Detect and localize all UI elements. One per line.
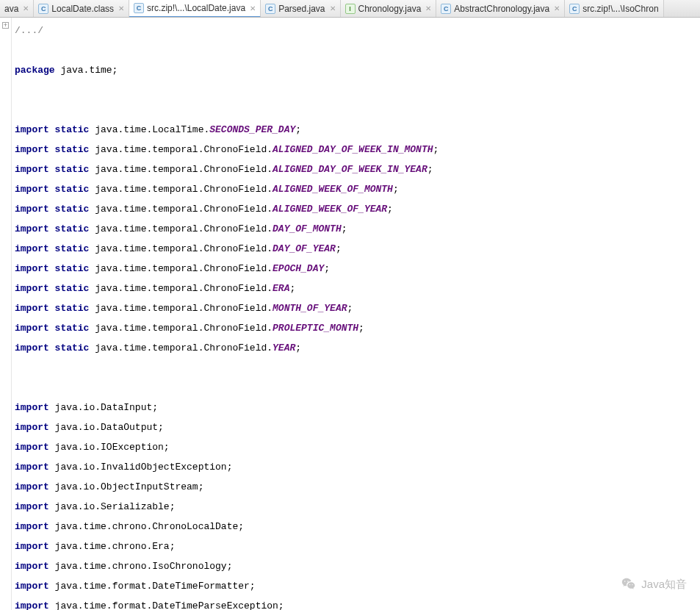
- code-line: /.../: [15, 21, 439, 40]
- tab-2[interactable]: Csrc.zip!\...\LocalDate.java✕: [129, 0, 261, 18]
- close-icon[interactable]: ✕: [330, 4, 336, 12]
- code-line: import static java.time.LocalTime.SECOND…: [15, 120, 439, 140]
- code-line: import java.io.DataOutput;: [15, 417, 439, 437]
- code-line: [15, 358, 439, 378]
- close-icon[interactable]: ✕: [23, 4, 29, 12]
- fold-toggle-icon[interactable]: +: [2, 22, 9, 29]
- close-icon[interactable]: ✕: [118, 4, 124, 12]
- code-line: import static java.time.temporal.ChronoF…: [15, 259, 439, 279]
- tab-3[interactable]: CParsed.java✕: [261, 0, 340, 17]
- java-interface-icon: I: [345, 4, 356, 14]
- code-line: [15, 378, 439, 398]
- code-line: import static java.time.temporal.ChronoF…: [15, 179, 439, 199]
- code-line: import java.time.format.DateTimeFormatte…: [15, 576, 439, 596]
- tab-label: Chronology.java: [358, 4, 422, 14]
- java-class-icon: C: [134, 3, 144, 13]
- code-line: import static java.time.temporal.ChronoF…: [15, 219, 439, 239]
- code-line: import java.time.chrono.ChronoLocalDate;: [15, 517, 439, 537]
- code-line: import static java.time.temporal.ChronoF…: [15, 199, 439, 219]
- tab-label: Parsed.java: [278, 4, 325, 14]
- java-class-icon: C: [569, 4, 580, 14]
- code-line: import static java.time.temporal.ChronoF…: [15, 140, 439, 159]
- tab-label: LocalDate.class: [51, 4, 114, 14]
- code-line: import static java.time.temporal.ChronoF…: [15, 298, 439, 318]
- code-line: [15, 80, 439, 100]
- code-line: import java.time.format.DateTimeParseExc…: [15, 596, 439, 610]
- code-line: [15, 100, 439, 120]
- tab-label: src.zip!\...\IsoChron: [582, 4, 658, 14]
- code-line: import java.io.DataInput;: [15, 398, 439, 417]
- code-line: import static java.time.temporal.ChronoF…: [15, 338, 439, 358]
- java-class-icon: C: [265, 4, 275, 14]
- code-line: import java.io.ObjectInputStream;: [15, 477, 439, 497]
- tab-label: src.zip!\...\LocalDate.java: [147, 3, 245, 13]
- tab-bar: ava✕CLocalDate.class✕Csrc.zip!\...\Local…: [0, 0, 700, 18]
- code-line: import java.time.chrono.IsoChronology;: [15, 556, 439, 576]
- code-line: [15, 40, 439, 60]
- gutter: +: [0, 18, 12, 610]
- code-line: import java.io.IOException;: [15, 437, 439, 457]
- tab-label: AbstractChronology.java: [454, 4, 549, 14]
- code-line: import java.time.chrono.Era;: [15, 537, 439, 556]
- tab-1[interactable]: CLocalDate.class✕: [34, 0, 129, 17]
- code-line: import static java.time.temporal.ChronoF…: [15, 239, 439, 259]
- java-class-icon: C: [441, 4, 451, 14]
- tab-5[interactable]: CAbstractChronology.java✕: [436, 0, 565, 17]
- tab-4[interactable]: IChronology.java✕: [341, 0, 437, 17]
- tab-6[interactable]: Csrc.zip!\...\IsoChron: [565, 0, 663, 17]
- tab-0[interactable]: ava✕: [0, 0, 34, 17]
- java-class-icon: C: [38, 4, 48, 14]
- code-pane[interactable]: /.../ package java.time; import static j…: [12, 18, 439, 610]
- editor-area: + /.../ package java.time; import static…: [0, 18, 700, 610]
- code-line: import static java.time.temporal.ChronoF…: [15, 318, 439, 338]
- code-line: import static java.time.temporal.ChronoF…: [15, 159, 439, 179]
- code-line: import java.io.Serializable;: [15, 497, 439, 517]
- code-line: import java.io.InvalidObjectException;: [15, 457, 439, 477]
- code-line: package java.time;: [15, 60, 439, 80]
- close-icon[interactable]: ✕: [425, 4, 431, 12]
- tab-label: ava: [4, 4, 18, 14]
- close-icon[interactable]: ✕: [250, 4, 256, 12]
- code-line: import static java.time.temporal.ChronoF…: [15, 279, 439, 298]
- close-icon[interactable]: ✕: [554, 4, 560, 12]
